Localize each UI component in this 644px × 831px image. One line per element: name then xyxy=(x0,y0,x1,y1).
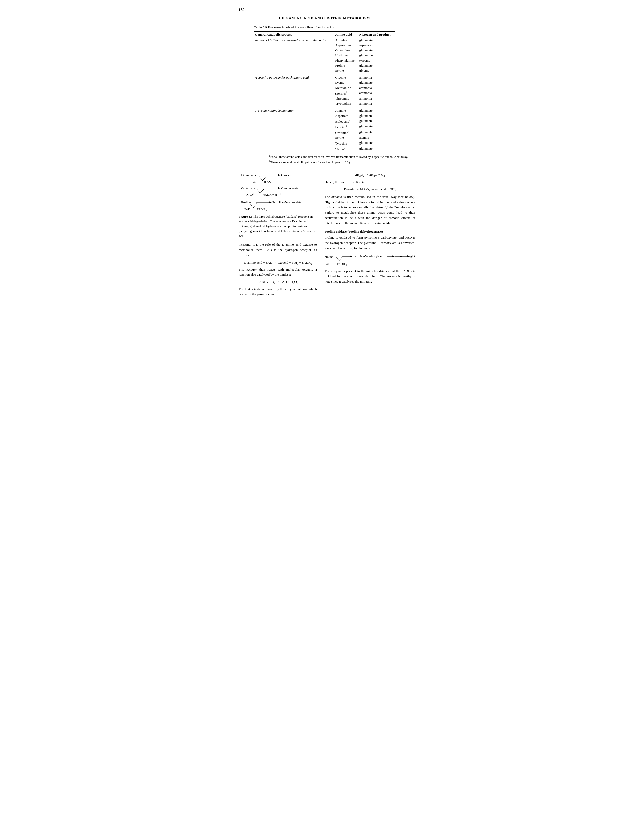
amino-cell: Threonine xyxy=(334,96,358,101)
svg-text:pyrroline-5-carboxylate: pyrroline-5-carboxylate xyxy=(353,255,381,258)
svg-line-26 xyxy=(250,203,253,208)
svg-marker-24 xyxy=(269,201,271,203)
svg-text:glutamate: glutamate xyxy=(410,255,415,258)
amino-cell: Aspartate xyxy=(334,113,358,118)
svg-line-16 xyxy=(257,189,260,193)
svg-text:2: 2 xyxy=(255,181,256,184)
amino-cell: (Serine)b xyxy=(334,90,358,96)
amino-cell: Isoleucinea xyxy=(334,118,358,124)
product-cell: ammonia xyxy=(358,101,395,106)
figure-svg: D-amino acid Oxoacid O 2 H 2 O 2 Glutama… xyxy=(239,170,314,211)
figure-caption-bold: Figure 8.6 xyxy=(239,215,252,218)
product-cell: glutamate xyxy=(358,124,395,130)
two-col-section: D-amino acid Oxoacid O 2 H 2 O 2 Glutama… xyxy=(239,170,410,299)
svg-line-17 xyxy=(260,189,264,193)
right-body2: The oxoacid is then metabolised in the u… xyxy=(325,194,415,226)
chapter-header: CH 8 AMINO ACID AND PROTEIN METABOLISM xyxy=(239,16,410,21)
product-cell: alanine xyxy=(358,135,395,140)
svg-text:2: 2 xyxy=(266,181,268,184)
svg-text:FAD: FAD xyxy=(244,208,250,211)
amino-cell: Glutamine xyxy=(334,48,358,53)
svg-text:NAD: NAD xyxy=(246,193,253,196)
amino-cell: Tryptophan xyxy=(334,101,358,106)
amino-cell: Alanine xyxy=(334,108,358,113)
svg-marker-14 xyxy=(278,187,281,189)
product-cell: glutamate xyxy=(358,48,395,53)
svg-text:proline: proline xyxy=(325,255,333,259)
svg-text:2: 2 xyxy=(266,209,267,211)
product-cell: glutamate xyxy=(358,118,395,124)
svg-text:D-amino acid: D-amino acid xyxy=(241,173,260,177)
col-header-process: General catabolic process xyxy=(254,31,334,38)
footnote-a: aFor all these amino acids, the first re… xyxy=(269,154,410,159)
process-cell-2: A specific pathway for each amino acid xyxy=(254,75,334,106)
amino-cell: Tyrosinea xyxy=(334,140,358,146)
figure-diagram: D-amino acid Oxoacid O 2 H 2 O 2 Glutama… xyxy=(239,170,317,212)
process-cell-3: Transamination/deamination xyxy=(254,108,334,152)
amino-cell: Serine xyxy=(334,135,358,140)
amino-cell: Lysine xyxy=(334,80,358,85)
svg-line-33 xyxy=(339,257,342,261)
product-cell: glycine xyxy=(358,68,395,73)
amino-cell: Phenylalanine xyxy=(334,58,358,63)
product-cell: glutamate xyxy=(358,63,395,68)
footnote-b: bThere are several catabolic pathways fo… xyxy=(269,160,410,164)
amino-cell: Arginine xyxy=(334,38,358,43)
amino-cell: Asparagine xyxy=(334,43,358,48)
svg-text:+: + xyxy=(280,193,281,196)
svg-text:FAD: FAD xyxy=(325,262,330,266)
main-table: General catabolic process Amino acid Nit… xyxy=(254,31,395,153)
left-column: D-amino acid Oxoacid O 2 H 2 O 2 Glutama… xyxy=(239,170,317,299)
svg-text:2: 2 xyxy=(269,181,271,184)
col-header-amino: Amino acid xyxy=(334,31,358,38)
amino-cell: Proline xyxy=(334,63,358,68)
svg-marker-38 xyxy=(392,255,395,258)
proline-svg: proline pyrroline-5-carboxylate glutamat… xyxy=(325,253,415,266)
right-column: 2H2O2 → 2H2O + O2 Hence, the overall rea… xyxy=(325,170,415,299)
eq-overall: D-amino acid + O2 → oxoacid + NH3 xyxy=(325,187,415,192)
svg-text:H: H xyxy=(264,180,266,183)
amino-cell: Methionine xyxy=(334,85,358,90)
eq1: D-amino acid + FAD → oxoacid + NH3 + FAD… xyxy=(239,261,317,265)
product-cell: ammonia xyxy=(358,75,395,80)
proline-diagram: proline pyrroline-5-carboxylate glutamat… xyxy=(325,253,415,266)
amino-cell: Glycine xyxy=(334,75,358,80)
amino-cell: Serine xyxy=(334,68,358,73)
page-number: 160 xyxy=(239,8,410,12)
right-body1: Hence, the overall reaction is: xyxy=(325,180,415,185)
product-cell: aspartate xyxy=(358,43,395,48)
svg-text:Glutamate: Glutamate xyxy=(241,186,255,190)
svg-marker-42 xyxy=(407,255,410,258)
product-cell: glutamate xyxy=(358,130,395,135)
product-cell: tyrosine xyxy=(358,58,395,63)
svg-text:NADH + H: NADH + H xyxy=(263,193,277,196)
svg-line-32 xyxy=(336,257,339,261)
svg-text:Oxoglutarate: Oxoglutarate xyxy=(281,186,298,190)
product-cell: glutamate xyxy=(358,38,395,43)
amino-cell: Valinea xyxy=(334,146,358,152)
svg-line-27 xyxy=(253,203,257,208)
svg-text:FADH: FADH xyxy=(257,208,265,211)
left-body1: intestine. It is the role of the D-amino… xyxy=(239,242,317,258)
product-cell: glutamate xyxy=(358,146,395,152)
table-row: Transamination/deamination Alanine gluta… xyxy=(254,108,395,113)
svg-marker-2 xyxy=(278,174,281,176)
left-body2: The FADH₂ then reacts with molecular oxy… xyxy=(239,267,317,278)
svg-text:Pyrroline-5-carboxylate: Pyrroline-5-carboxylate xyxy=(272,201,301,204)
eq-top: 2H2O2 → 2H2O + O2 xyxy=(325,172,415,177)
table-container: Table 8.9 Processes involved in cataboli… xyxy=(254,25,410,164)
col-header-nitrogen: Nitrogen end product xyxy=(358,31,395,38)
right-body3: Proline is oxidised to form pyrroline-5-… xyxy=(325,235,415,251)
table-spacer xyxy=(254,73,395,75)
svg-text:FADH: FADH xyxy=(337,262,345,266)
svg-text:Proline: Proline xyxy=(241,200,251,204)
svg-text:2: 2 xyxy=(346,264,348,266)
product-cell: ammonia xyxy=(358,96,395,101)
left-body3: The H₂O₂ is decomposed by the enzyme cat… xyxy=(239,287,317,297)
process-cell-1: Amino acids that are converted to other … xyxy=(254,38,334,73)
svg-marker-40 xyxy=(400,255,402,258)
svg-marker-35 xyxy=(350,255,352,258)
product-cell: glutamine xyxy=(358,53,395,58)
svg-text:Oxoacid: Oxoacid xyxy=(281,173,292,177)
amino-cell: Histidine xyxy=(334,53,358,58)
